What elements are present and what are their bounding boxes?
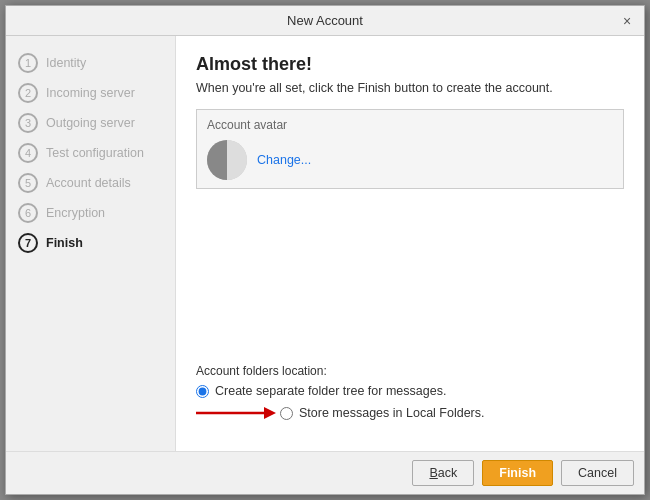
step-circle-3: 3 [18, 113, 38, 133]
sidebar-item-incoming-server[interactable]: 2Incoming server [14, 78, 167, 108]
avatar-section: Account avatar Change... [196, 109, 624, 189]
avatar-right [227, 140, 247, 180]
sidebar-item-label: Incoming server [46, 86, 135, 100]
folder-section: Account folders location: Create separat… [196, 364, 624, 425]
title-bar: New Account × [6, 6, 644, 36]
step-circle-1: 1 [18, 53, 38, 73]
arrow-icon [196, 403, 276, 423]
sidebar-item-account-details[interactable]: 5Account details [14, 168, 167, 198]
arrow-row: Store messages in Local Folders. [196, 403, 624, 423]
cancel-button[interactable]: Cancel [561, 460, 634, 486]
sidebar-item-label: Outgoing server [46, 116, 135, 130]
sidebar-item-encryption[interactable]: 6Encryption [14, 198, 167, 228]
folder-location-label: Account folders location: [196, 364, 624, 378]
avatar-section-label: Account avatar [207, 118, 613, 132]
step-circle-5: 5 [18, 173, 38, 193]
sidebar-item-label: Finish [46, 236, 83, 250]
dialog-body: 1Identity2Incoming server3Outgoing serve… [6, 36, 644, 451]
sidebar-item-test-configuration[interactable]: 4Test configuration [14, 138, 167, 168]
avatar-row: Change... [207, 140, 613, 180]
svg-marker-1 [264, 407, 276, 419]
dialog-title: New Account [287, 13, 363, 28]
radio-row-2: Store messages in Local Folders. [280, 406, 485, 420]
page-subtitle: When you're all set, click the Finish bu… [196, 81, 624, 95]
finish-button[interactable]: Finish [482, 460, 553, 486]
close-button[interactable]: × [618, 12, 636, 30]
sidebar-item-label: Test configuration [46, 146, 144, 160]
step-circle-4: 4 [18, 143, 38, 163]
spacer [196, 199, 624, 364]
sidebar-item-label: Account details [46, 176, 131, 190]
step-circle-6: 6 [18, 203, 38, 223]
step-circle-7: 7 [18, 233, 38, 253]
footer-buttons: Back Finish Cancel [6, 451, 644, 494]
sidebar-item-outgoing-server[interactable]: 3Outgoing server [14, 108, 167, 138]
avatar [207, 140, 247, 180]
back-button[interactable]: Back [412, 460, 474, 486]
step-circle-2: 2 [18, 83, 38, 103]
radio-local-folders[interactable] [280, 407, 293, 420]
sidebar-item-identity[interactable]: 1Identity [14, 48, 167, 78]
radio-label-2: Store messages in Local Folders. [299, 406, 485, 420]
new-account-dialog: New Account × 1Identity2Incoming server3… [5, 5, 645, 495]
sidebar-item-label: Identity [46, 56, 86, 70]
sidebar: 1Identity2Incoming server3Outgoing serve… [6, 36, 176, 451]
page-title: Almost there! [196, 54, 624, 75]
sidebar-item-finish[interactable]: 7Finish [14, 228, 167, 258]
sidebar-item-label: Encryption [46, 206, 105, 220]
radio-row-1: Create separate folder tree for messages… [196, 384, 624, 398]
change-avatar-link[interactable]: Change... [257, 153, 311, 167]
main-content: Almost there! When you're all set, click… [176, 36, 644, 451]
avatar-left [207, 140, 227, 180]
radio-label-1: Create separate folder tree for messages… [215, 384, 446, 398]
radio-separate-folder[interactable] [196, 385, 209, 398]
